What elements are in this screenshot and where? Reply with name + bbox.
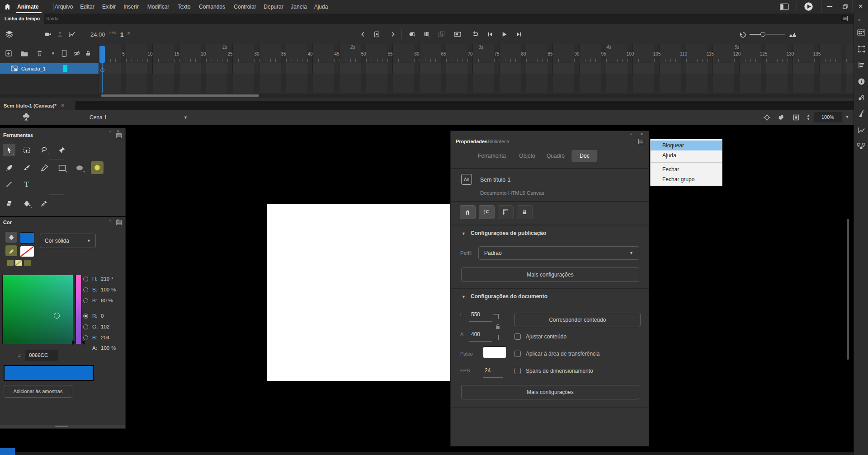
stage-canvas[interactable] <box>267 204 451 381</box>
panel-menu-icon[interactable] <box>116 133 122 138</box>
bw-swatch-icon[interactable] <box>6 259 14 266</box>
rail-components-icon[interactable] <box>856 141 867 152</box>
reset-timeline-zoom-icon[interactable] <box>739 31 747 38</box>
radio-b[interactable] <box>83 335 88 340</box>
menu-arquivo[interactable]: Arquivo <box>52 0 76 14</box>
close-button[interactable]: ✕ <box>852 0 868 13</box>
frame-column-icon[interactable] <box>61 50 67 57</box>
color-type-dropdown[interactable]: Cor sólida ▼ <box>40 234 96 248</box>
fill-color-swatch[interactable] <box>20 232 34 244</box>
snap-magnet-button[interactable] <box>460 205 476 219</box>
prop-tab-ferramenta[interactable]: Ferramenta <box>478 153 506 159</box>
clip-content-icon[interactable] <box>793 114 800 121</box>
previous-keyframe-icon[interactable] <box>360 31 366 38</box>
channel-value[interactable]: 102 <box>101 324 109 329</box>
timeline-hscroll-thumb[interactable] <box>101 94 259 97</box>
menu-controlar[interactable]: Controlar <box>231 0 259 14</box>
channel-value[interactable]: 210 <box>101 276 109 281</box>
tool-classic-brush[interactable] <box>20 161 33 174</box>
channel-value[interactable]: 100 <box>101 287 109 292</box>
context-menu-item-fechar-grupo[interactable]: Fechar grupo <box>651 174 722 184</box>
prop-tab-doc[interactable]: Doc <box>571 150 597 162</box>
document-tab[interactable]: Sem título-1 (Canvas)* ✕ <box>0 101 76 110</box>
workspace-vscroll[interactable] <box>847 219 849 360</box>
layers-icon[interactable] <box>5 30 14 38</box>
rail-ease-icon[interactable] <box>856 125 867 136</box>
rotation-tool-icon[interactable] <box>778 113 787 122</box>
layer-color-indicator[interactable] <box>63 65 67 72</box>
hue-slider[interactable] <box>75 275 82 344</box>
zoom-stepper[interactable]: ▲▼ <box>807 114 810 121</box>
prop-tab-objeto[interactable]: Objeto <box>519 153 535 159</box>
zoom-fit-icon[interactable] <box>788 31 797 38</box>
channel-value[interactable]: 80 <box>101 298 107 303</box>
add-to-swatches-button[interactable]: Adicionar às amostras <box>4 385 72 398</box>
tool-selection[interactable] <box>3 144 15 156</box>
new-folder-icon[interactable] <box>20 50 28 57</box>
onion-skin-icon[interactable] <box>407 30 416 38</box>
tool-polystar[interactable] <box>91 161 104 174</box>
rail-info-icon[interactable] <box>856 76 867 87</box>
radio-b[interactable] <box>83 298 88 303</box>
height-value[interactable]: 400 <box>471 331 480 338</box>
rail-expand-icon[interactable]: « <box>858 17 861 22</box>
panel-menu-icon[interactable] <box>638 139 644 144</box>
tool-asset-warp[interactable] <box>56 144 68 156</box>
step-forward-icon[interactable] <box>515 31 523 38</box>
menu-editar[interactable]: Editar <box>77 0 97 14</box>
tool-oval[interactable] <box>73 161 86 174</box>
layer-row[interactable]: Camada_1 <box>0 63 99 74</box>
lock-all-layers-icon[interactable] <box>85 50 91 57</box>
zoom-chevron-icon[interactable]: ▼ <box>843 112 852 122</box>
rail-brushes-icon[interactable] <box>856 108 867 119</box>
tab-linha-do-tempo[interactable]: Linha do tempo <box>0 14 44 24</box>
fill-bucket-icon[interactable] <box>5 232 17 243</box>
test-movie-play-icon[interactable] <box>804 2 813 11</box>
insert-keyframe-icon[interactable] <box>373 30 381 38</box>
scene-chevron-icon[interactable]: ▼ <box>184 115 188 120</box>
checkbox[interactable] <box>514 368 521 374</box>
tab-saida[interactable]: Saída <box>42 14 63 24</box>
panel-menu-icon[interactable] <box>842 16 848 21</box>
tool-fluid-brush[interactable] <box>3 161 15 174</box>
graph-editor-icon[interactable] <box>68 31 76 38</box>
profile-dropdown[interactable]: Padrão ▼ <box>478 246 639 260</box>
publish-more-settings-button[interactable]: Mais configurações <box>461 267 639 282</box>
layer-name[interactable]: Camada_1 <box>21 66 46 71</box>
snap-to-objects-button[interactable] <box>479 205 495 219</box>
stroke-pencil-icon[interactable] <box>5 245 17 256</box>
stroke-color-swatch[interactable] <box>20 246 34 257</box>
parenting-view-icon[interactable] <box>57 31 64 38</box>
tool-subselection[interactable] <box>20 144 33 156</box>
radio-s[interactable] <box>83 287 88 292</box>
fps-value[interactable]: 24 <box>485 367 491 374</box>
new-layer-icon[interactable] <box>5 50 12 57</box>
playhead[interactable] <box>99 46 105 63</box>
zoom-slider-track-right[interactable] <box>766 34 785 35</box>
play-icon[interactable] <box>501 31 508 38</box>
radio-h[interactable] <box>83 277 88 281</box>
tool-eyedropper[interactable] <box>38 197 51 210</box>
channel-value[interactable]: 204 <box>101 335 109 340</box>
layer-frames-strip[interactable] <box>99 63 854 74</box>
loop-icon[interactable] <box>471 31 479 38</box>
zoom-slider-handle[interactable] <box>760 32 765 37</box>
camera-icon[interactable] <box>44 31 52 38</box>
rail-swatches-icon[interactable] <box>856 27 867 38</box>
rail-align-icon[interactable] <box>856 60 867 70</box>
no-color-icon[interactable] <box>15 259 23 266</box>
panel-menu-icon[interactable] <box>116 220 122 225</box>
document-section-title[interactable]: Configurações do documento <box>471 293 547 300</box>
tool-paint-bucket[interactable] <box>20 197 33 210</box>
menu-ajuda[interactable]: Ajuda <box>311 0 331 14</box>
rulers-button[interactable] <box>498 205 514 219</box>
context-menu-item-ajuda[interactable]: Ajuda <box>651 150 722 160</box>
menu-exibir[interactable]: Exibir <box>99 0 118 14</box>
parent-dot-icon[interactable] <box>52 52 54 55</box>
menu-modificar[interactable]: Modificar <box>145 0 172 14</box>
menu-janela[interactable]: Janela <box>288 0 309 14</box>
onion-skin-outlines-icon[interactable] <box>422 30 431 38</box>
chevron-down-icon[interactable]: ▼ <box>462 295 466 299</box>
panel-resize-bar[interactable] <box>0 425 125 428</box>
context-menu-item-bloquear[interactable]: Bloquear <box>651 141 722 150</box>
